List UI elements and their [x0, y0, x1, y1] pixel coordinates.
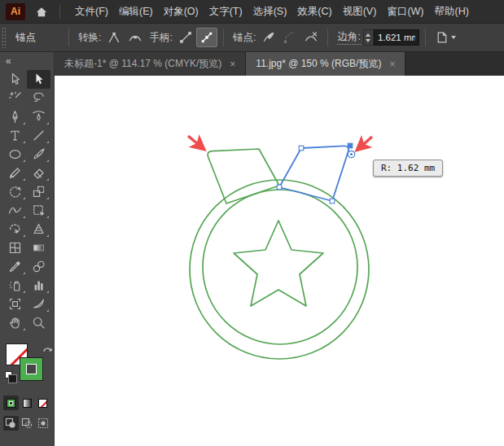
anchor-point[interactable] — [330, 199, 335, 203]
hand-tool[interactable] — [3, 313, 27, 332]
tools-panel: « — [0, 52, 55, 446]
pencil-tool[interactable] — [3, 164, 27, 182]
draw-behind-button[interactable] — [20, 416, 35, 431]
ellipse-tool[interactable] — [3, 145, 27, 164]
tab-label: 未标题-1* @ 114.17 % (CMYK/预览) — [64, 57, 221, 71]
anchor-point[interactable] — [277, 185, 282, 190]
divider — [327, 28, 328, 46]
app-logo-icon[interactable]: Ai — [6, 3, 25, 20]
menu-help[interactable]: 帮助(H) — [435, 5, 469, 19]
remove-anchor-button[interactable] — [258, 28, 279, 47]
corner-stepper[interactable] — [363, 29, 374, 46]
rotate-tool[interactable] — [3, 182, 27, 201]
selection-tool[interactable] — [3, 70, 27, 89]
menu-object[interactable]: 对象(O) — [164, 5, 199, 19]
show-handles-button[interactable] — [196, 28, 217, 47]
stroke-swatch-green[interactable] — [20, 357, 43, 381]
blend-tool[interactable] — [27, 257, 50, 276]
annotation-arrow-right — [358, 137, 372, 149]
tab-label: 11.jpg* @ 150 % (RGB/预览) — [256, 57, 381, 71]
divider — [59, 5, 60, 19]
paintbrush-tool[interactable] — [27, 145, 50, 164]
more-options-button[interactable] — [432, 28, 459, 47]
star-shape[interactable] — [234, 221, 323, 306]
close-tab-icon[interactable]: × — [230, 59, 235, 70]
cut-path-button[interactable] — [300, 28, 322, 47]
swap-fill-stroke-icon[interactable] — [42, 344, 53, 355]
fill-stroke-swatches — [0, 343, 55, 392]
corner-label[interactable]: 边角: — [337, 30, 360, 45]
convert-to-smooth-button[interactable] — [125, 28, 146, 47]
menu-bar: Ai 文件(F) 编辑(E) 对象(O) 文字(T) 选择(S) 效果(C) 视… — [0, 0, 504, 24]
none-button[interactable] — [35, 396, 50, 410]
tools-grid — [0, 68, 54, 332]
free-transform-tool[interactable] — [27, 201, 50, 220]
gradient-tool[interactable] — [27, 238, 50, 257]
divider — [223, 28, 224, 46]
menu-effect[interactable]: 效果(C) — [297, 5, 331, 19]
color-button[interactable] — [3, 396, 19, 410]
convert-label: 转换: — [78, 31, 101, 45]
eraser-tool[interactable] — [27, 164, 50, 182]
anchor-point[interactable] — [299, 146, 304, 151]
width-tool[interactable] — [3, 201, 27, 220]
anchor-point-selected[interactable] — [348, 143, 353, 148]
type-tool[interactable] — [3, 126, 27, 145]
convert-to-corner-button[interactable] — [103, 28, 125, 47]
menu-view[interactable]: 视图(V) — [343, 5, 377, 19]
document-tab-bar: 未标题-1* @ 114.17 % (CMYK/预览) × 11.jpg* @ … — [55, 52, 504, 76]
left-ribbon-path[interactable] — [208, 149, 279, 203]
menu-select[interactable]: 选择(S) — [253, 5, 287, 19]
eyedropper-tool[interactable] — [3, 257, 27, 276]
menu-edit[interactable]: 编辑(E) — [119, 5, 153, 19]
home-icon[interactable] — [35, 6, 48, 18]
annotation-arrow-left — [188, 136, 203, 148]
default-swatches-icon[interactable] — [5, 371, 12, 378]
corner-radius-tooltip: R: 1.62 mm — [373, 160, 443, 177]
lasso-tool[interactable] — [27, 89, 50, 107]
shape-builder-tool[interactable] — [3, 220, 27, 238]
symbol-sprayer-tool[interactable] — [3, 276, 27, 295]
collapse-panel-button[interactable]: « — [0, 52, 54, 68]
corner-radius-input[interactable] — [374, 29, 419, 46]
connect-anchor-button[interactable] — [279, 28, 300, 47]
gradient-button[interactable] — [20, 396, 35, 410]
perspective-grid-tool[interactable] — [27, 220, 50, 238]
menu-file[interactable]: 文件(F) — [75, 5, 108, 19]
illustrator-window: Ai 文件(F) 编辑(E) 对象(O) 文字(T) 选择(S) 效果(C) 视… — [0, 0, 504, 446]
zoom-tool[interactable] — [27, 313, 50, 332]
chevron-down-icon — [451, 36, 456, 39]
menu-items: 文件(F) 编辑(E) 对象(O) 文字(T) 选择(S) 效果(C) 视图(V… — [75, 5, 469, 19]
control-bar: 锚点 转换: 手柄: 锚点: 边角: — [0, 24, 504, 52]
tab-untitled-1[interactable]: 未标题-1* @ 114.17 % (CMYK/预览) × — [55, 52, 246, 76]
scale-tool[interactable] — [27, 182, 50, 201]
hide-handles-button[interactable] — [175, 28, 196, 47]
column-graph-tool[interactable] — [27, 276, 50, 295]
handles-label: 手柄: — [149, 31, 172, 45]
context-title: 锚点 — [15, 31, 63, 45]
slice-tool[interactable] — [27, 295, 50, 313]
canvas[interactable]: R: 1.62 mm — [55, 76, 504, 446]
curvature-tool[interactable] — [27, 107, 50, 126]
tab-11-jpg[interactable]: 11.jpg* @ 150 % (RGB/预览) × — [246, 52, 405, 76]
panel-grip[interactable] — [2, 27, 7, 48]
artboard-tool[interactable] — [3, 295, 27, 313]
close-tab-icon[interactable]: × — [389, 59, 395, 70]
anchors-label: 锚点: — [233, 31, 256, 45]
line-segment-tool[interactable] — [27, 126, 50, 145]
menu-window[interactable]: 窗口(W) — [387, 5, 423, 19]
draw-normal-button[interactable] — [3, 416, 19, 431]
medal-outer-circle[interactable] — [190, 180, 369, 359]
live-corner-widget[interactable] — [348, 151, 354, 157]
mesh-tool[interactable] — [3, 238, 27, 257]
draw-inside-button[interactable] — [35, 416, 50, 431]
draw-modes-row — [0, 413, 54, 431]
magic-wand-tool[interactable] — [3, 89, 27, 107]
medal-inner-circle[interactable] — [203, 190, 357, 344]
menu-type[interactable]: 文字(T) — [209, 5, 243, 19]
pen-tool[interactable] — [3, 107, 27, 126]
right-ribbon-selected-path[interactable] — [279, 146, 348, 201]
paint-style-row — [0, 392, 54, 410]
stroke-swatch-hole — [26, 364, 37, 374]
direct-selection-tool[interactable] — [27, 70, 50, 89]
